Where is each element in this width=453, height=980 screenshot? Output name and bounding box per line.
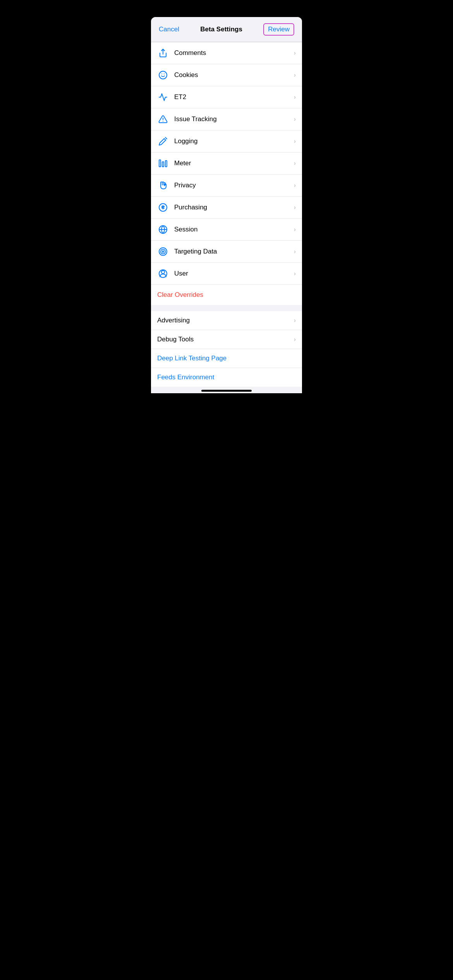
warning-icon bbox=[157, 113, 169, 125]
svg-point-17 bbox=[161, 271, 165, 274]
user-label: User bbox=[174, 270, 294, 278]
list-item-privacy[interactable]: Privacy › bbox=[151, 175, 302, 197]
list-item-feeds-environment[interactable]: Feeds Environment bbox=[151, 368, 302, 387]
list-item-advertising[interactable]: Advertising › bbox=[151, 311, 302, 330]
globe-icon bbox=[157, 224, 169, 235]
targeting-data-label: Targeting Data bbox=[174, 248, 294, 255]
targeting-data-chevron: › bbox=[294, 248, 296, 255]
advertising-chevron: › bbox=[294, 317, 296, 324]
review-button[interactable]: Review bbox=[263, 23, 294, 36]
smiley-icon bbox=[157, 69, 169, 81]
chart-icon bbox=[157, 91, 169, 103]
list-item-et2[interactable]: ET2 › bbox=[151, 86, 302, 108]
list-item-issue-tracking[interactable]: Issue Tracking › bbox=[151, 108, 302, 130]
list-item-debug-tools[interactable]: Debug Tools › bbox=[151, 330, 302, 349]
cancel-button[interactable]: Cancel bbox=[159, 26, 179, 33]
debug-tools-label: Debug Tools bbox=[157, 336, 194, 343]
comments-label: Comments bbox=[174, 49, 294, 57]
modal-container: Cancel Beta Settings Review Comments › bbox=[151, 17, 302, 393]
list-item-purchasing[interactable]: Purchasing › bbox=[151, 197, 302, 219]
svg-rect-7 bbox=[159, 160, 161, 167]
list-item-session[interactable]: Session › bbox=[151, 219, 302, 241]
share-icon bbox=[157, 47, 169, 59]
list-item-targeting-data[interactable]: Targeting Data › bbox=[151, 241, 302, 263]
svg-rect-8 bbox=[162, 162, 164, 167]
main-list-card: Comments › Cookies › ET2 bbox=[151, 42, 302, 305]
dollar-icon bbox=[157, 202, 169, 213]
privacy-chevron: › bbox=[294, 182, 296, 189]
nav-header: Cancel Beta Settings Review bbox=[151, 17, 302, 42]
et2-label: ET2 bbox=[174, 93, 294, 101]
purchasing-chevron: › bbox=[294, 204, 296, 211]
list-item-meter[interactable]: Meter › bbox=[151, 152, 302, 175]
meter-chevron: › bbox=[294, 160, 296, 167]
session-chevron: › bbox=[294, 226, 296, 233]
session-label: Session bbox=[174, 226, 294, 233]
list-item-deep-link-testing[interactable]: Deep Link Testing Page bbox=[151, 349, 302, 368]
clear-overrides-button[interactable]: Clear Overrides bbox=[151, 285, 302, 305]
issue-tracking-label: Issue Tracking bbox=[174, 115, 294, 123]
privacy-label: Privacy bbox=[174, 182, 294, 189]
user-chevron: › bbox=[294, 270, 296, 277]
status-bar bbox=[151, 0, 302, 17]
cookies-label: Cookies bbox=[174, 71, 294, 79]
issue-tracking-chevron: › bbox=[294, 116, 296, 123]
list-item-comments[interactable]: Comments › bbox=[151, 42, 302, 64]
advertising-label: Advertising bbox=[157, 317, 190, 324]
logging-chevron: › bbox=[294, 138, 296, 145]
pencil-icon bbox=[157, 135, 169, 147]
purchasing-label: Purchasing bbox=[174, 204, 294, 211]
deep-link-testing-label: Deep Link Testing Page bbox=[157, 355, 226, 362]
list-item-logging[interactable]: Logging › bbox=[151, 130, 302, 152]
target-icon bbox=[157, 246, 169, 257]
meter-label: Meter bbox=[174, 159, 294, 167]
page-title: Beta Settings bbox=[200, 26, 242, 33]
svg-point-1 bbox=[159, 71, 167, 79]
svg-point-15 bbox=[161, 249, 165, 254]
list-item-cookies[interactable]: Cookies › bbox=[151, 64, 302, 86]
home-bar bbox=[201, 390, 252, 392]
debug-tools-chevron: › bbox=[294, 336, 296, 343]
feeds-environment-label: Feeds Environment bbox=[157, 373, 214, 381]
user-icon bbox=[157, 268, 169, 279]
svg-point-16 bbox=[162, 251, 164, 252]
et2-chevron: › bbox=[294, 94, 296, 101]
hand-icon bbox=[157, 180, 169, 191]
svg-rect-9 bbox=[165, 161, 167, 167]
cookies-chevron: › bbox=[294, 72, 296, 79]
secondary-list-card: Advertising › Debug Tools › Deep Link Te… bbox=[151, 311, 302, 387]
svg-line-6 bbox=[165, 137, 167, 139]
logging-label: Logging bbox=[174, 137, 294, 145]
list-item-user[interactable]: User › bbox=[151, 263, 302, 285]
comments-chevron: › bbox=[294, 50, 296, 57]
meter-icon bbox=[157, 158, 169, 169]
home-indicator-area bbox=[151, 387, 302, 393]
